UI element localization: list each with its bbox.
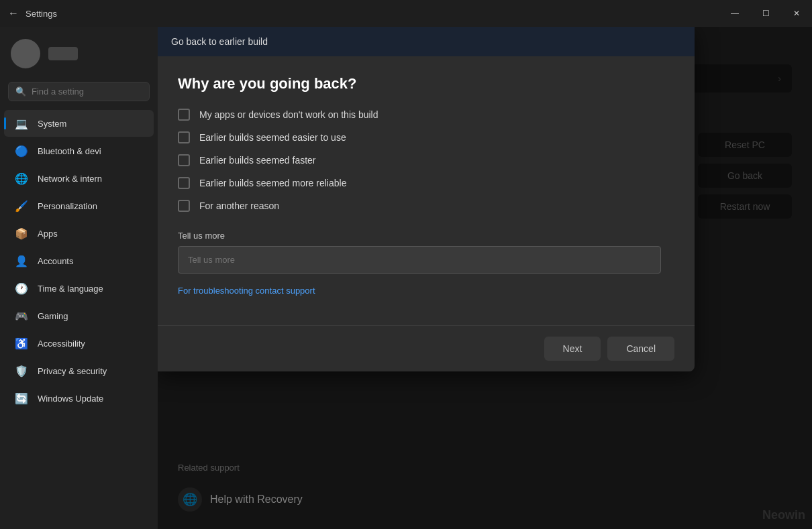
sidebar-label-time: Time & language [38,284,103,294]
window-controls: — ☐ ✕ [719,0,812,27]
sidebar-label-privacy: Privacy & security [38,366,107,376]
app-layout: 🔍 💻 System 🔵 Bluetooth & devi 🌐 Network … [0,27,812,529]
checkbox-label-3: Earlier builds seemed faster [199,155,316,166]
tell-us-more-section: Tell us more [178,231,674,274]
sidebar-label-gaming: Gaming [38,311,68,321]
sidebar-label-accessibility: Accessibility [38,339,85,349]
checkbox-label-1: My apps or devices don't work on this bu… [199,109,378,120]
sidebar-label-accounts: Accounts [38,256,73,266]
checkbox-label-5: For another reason [199,200,279,211]
tell-us-more-input[interactable] [178,246,661,274]
sidebar-item-personalization[interactable]: 🖌️ Personalization [4,192,154,219]
dialog-footer: Next Cancel [158,325,695,371]
maximize-button[interactable]: ☐ [750,0,781,27]
checkbox-item-3[interactable]: Earlier builds seemed faster [178,154,674,166]
checkbox-label-4: Earlier builds seemed more reliable [199,178,346,188]
sidebar: 🔍 💻 System 🔵 Bluetooth & devi 🌐 Network … [0,27,158,529]
profile-section [0,34,158,79]
minimize-button[interactable]: — [719,0,750,27]
profile-name-placeholder [48,47,78,60]
sidebar-item-privacy[interactable]: 🛡️ Privacy & security [4,357,154,384]
sidebar-item-accounts[interactable]: 👤 Accounts [4,247,154,274]
sidebar-item-bluetooth[interactable]: 🔵 Bluetooth & devi [4,137,154,164]
time-icon: 🕐 [15,282,28,295]
apps-icon: 📦 [15,227,28,240]
next-button[interactable]: Next [544,337,601,361]
system-icon: 💻 [15,117,28,130]
avatar [11,39,40,68]
personalization-icon: 🖌️ [15,199,28,213]
privacy-icon: 🛡️ [15,364,28,377]
search-icon: 🔍 [15,86,26,97]
sidebar-label-bluetooth: Bluetooth & devi [38,146,101,156]
sidebar-item-apps[interactable]: 📦 Apps [4,220,154,247]
accounts-icon: 👤 [15,254,28,268]
back-button[interactable]: ← [8,7,19,19]
sidebar-nav: 💻 System 🔵 Bluetooth & devi 🌐 Network & … [0,109,158,529]
tell-us-more-label: Tell us more [178,231,674,241]
checkbox-group: My apps or devices don't work on this bu… [178,109,674,212]
search-input[interactable] [32,86,142,97]
sidebar-label-update: Windows Update [38,394,103,404]
search-box[interactable]: 🔍 [8,82,150,101]
checkbox-3[interactable] [178,154,190,166]
sidebar-item-network[interactable]: 🌐 Network & intern [4,165,154,192]
sidebar-item-accessibility[interactable]: ♿ Accessibility [4,330,154,357]
dialog-body: Why are you going back? My apps or devic… [158,56,695,325]
sidebar-item-gaming[interactable]: 🎮 Gaming [4,302,154,329]
dialog-title: Why are you going back? [178,75,674,93]
sidebar-item-time[interactable]: 🕐 Time & language [4,275,154,302]
checkbox-2[interactable] [178,131,190,143]
checkbox-5[interactable] [178,200,190,212]
title-bar: ← Settings — ☐ ✕ [0,0,812,27]
sidebar-label-personalization: Personalization [38,201,97,211]
bluetooth-icon: 🔵 [15,144,28,158]
checkbox-4[interactable] [178,177,190,189]
checkbox-label-2: Earlier builds seemed easier to use [199,132,346,143]
troubleshooting-link[interactable]: For troubleshooting contact support [178,286,315,296]
checkbox-item-4[interactable]: Earlier builds seemed more reliable [178,177,674,189]
checkbox-item-1[interactable]: My apps or devices don't work on this bu… [178,109,674,121]
sidebar-item-update[interactable]: 🔄 Windows Update [4,385,154,412]
modal-overlay: Go back to earlier build Why are you goi… [158,27,812,529]
main-content: ons might help. ooter › Reset PC Go back… [158,27,812,529]
cancel-button[interactable]: Cancel [607,337,674,361]
close-button[interactable]: ✕ [781,0,812,27]
checkbox-1[interactable] [178,109,190,121]
gaming-icon: 🎮 [15,309,28,322]
network-icon: 🌐 [15,172,28,185]
sidebar-label-network: Network & intern [38,174,102,184]
sidebar-label-apps: Apps [38,229,58,239]
go-back-dialog: Go back to earlier build Why are you goi… [158,27,695,371]
accessibility-icon: ♿ [15,337,28,350]
sidebar-item-system[interactable]: 💻 System [4,110,154,137]
dialog-header: Go back to earlier build [158,27,695,56]
checkbox-item-5[interactable]: For another reason [178,200,674,212]
app-title: Settings [26,9,57,19]
sidebar-label-system: System [38,119,66,129]
update-icon: 🔄 [15,392,28,405]
checkbox-item-2[interactable]: Earlier builds seemed easier to use [178,131,674,143]
